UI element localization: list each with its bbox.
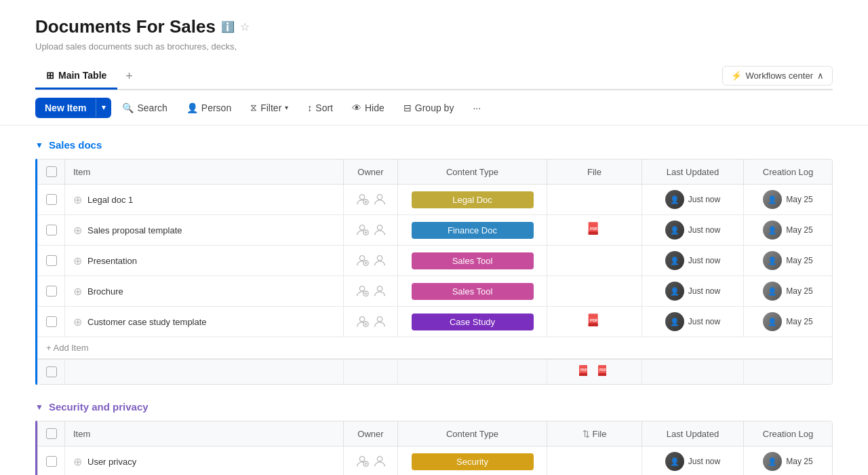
filter-button[interactable]: ⧖ Filter ▾: [242, 97, 296, 118]
footer-checkbox-input[interactable]: [46, 366, 57, 377]
svg-point-37: [359, 457, 364, 461]
row-last-updated: 👤 Just now: [642, 215, 744, 245]
row-creation-log: 👤 May 25: [744, 307, 832, 337]
tab-main-table[interactable]: ⊞ Main Table: [35, 63, 117, 90]
avatar: 👤: [665, 452, 684, 471]
row-file: [547, 246, 642, 276]
new-item-main[interactable]: New Item: [35, 98, 96, 118]
footer-creation-log: [744, 360, 832, 384]
new-item-chevron[interactable]: ▾: [96, 98, 111, 117]
add-person-icon[interactable]: [355, 192, 370, 207]
footer-content-type: [398, 360, 547, 384]
footer-owner: [344, 360, 398, 384]
svg-point-13: [359, 256, 364, 261]
file-icon-2: PDF: [596, 364, 612, 380]
row-content-type: Case Study: [398, 307, 547, 337]
add-subitem-icon[interactable]: ⊕: [73, 455, 82, 468]
svg-point-18: [359, 286, 364, 291]
avatar: 👤: [665, 312, 684, 331]
svg-text:PDF: PDF: [590, 227, 598, 231]
info-icon[interactable]: ℹ️: [221, 20, 235, 33]
add-subitem-icon[interactable]: ⊕: [73, 316, 82, 328]
avatar: 👤: [763, 251, 782, 270]
workflow-icon: ⚡: [731, 71, 742, 81]
row-last-updated: 👤 Just now: [642, 246, 744, 276]
add-item-label: + Add Item: [46, 343, 89, 353]
avatar: 👤: [665, 221, 684, 240]
sales-docs-title: Sales docs: [49, 139, 102, 151]
add-person-icon[interactable]: [355, 223, 370, 238]
file-icon-1: PDF: [577, 364, 593, 380]
add-subitem-icon[interactable]: ⊕: [73, 285, 82, 298]
person-button[interactable]: 👤 Person: [178, 98, 239, 118]
row-owner: [344, 276, 398, 306]
row-content-type: Legal Doc: [398, 185, 547, 214]
row-owner: [344, 215, 398, 245]
row-last-updated: 👤 Just now: [642, 185, 744, 214]
row-checkbox[interactable]: [38, 446, 65, 475]
row-creation-log: 👤 May 25: [744, 276, 832, 306]
avatar: 👤: [665, 251, 684, 270]
sales-docs-header[interactable]: ▼ Sales docs: [35, 139, 833, 151]
filter-chevron: ▾: [285, 104, 288, 111]
add-person-icon[interactable]: [355, 284, 370, 299]
person-placeholder-icon: [372, 454, 387, 469]
row-last-updated: 👤 Just now: [642, 307, 744, 337]
header-creation-log: Creation Log: [744, 421, 832, 446]
row-checkbox[interactable]: [38, 246, 65, 276]
filter-icon: ⧖: [250, 102, 257, 113]
svg-point-23: [359, 317, 364, 322]
person-placeholder-icon: [372, 253, 387, 268]
person-placeholder-icon: [372, 223, 387, 238]
footer-file: PDF PDF: [547, 360, 642, 384]
row-item: ⊕ Legal doc 1: [65, 185, 344, 214]
page-subtitle: Upload sales documents such as brochures…: [35, 41, 833, 52]
person-placeholder-icon: [372, 314, 387, 329]
row-checkbox[interactable]: [38, 276, 65, 306]
security-privacy-header[interactable]: ▼ Security and privacy: [35, 401, 833, 413]
star-icon[interactable]: ☆: [240, 20, 250, 33]
file-pdf-icon: PDF: [585, 312, 604, 331]
sort-button[interactable]: ↕ Sort: [299, 98, 341, 118]
hide-button[interactable]: 👁 Hide: [344, 98, 393, 118]
header-file: File: [547, 159, 642, 184]
row-checkbox[interactable]: [38, 185, 65, 214]
svg-rect-29: [588, 323, 597, 326]
svg-rect-11: [588, 231, 597, 235]
row-checkbox[interactable]: [38, 215, 65, 245]
header-checkbox-col: [38, 159, 65, 184]
select-all-checkbox[interactable]: [46, 166, 57, 177]
add-person-icon[interactable]: [355, 454, 370, 469]
svg-text:PDF: PDF: [599, 368, 606, 372]
add-subitem-icon[interactable]: ⊕: [73, 224, 82, 237]
workflows-center-button[interactable]: ⚡ Workflows center ∧: [722, 66, 833, 86]
row-item: ⊕ Customer case study template: [65, 307, 344, 337]
row-owner: [344, 185, 398, 214]
add-item-row[interactable]: + Add Item: [38, 337, 832, 359]
header-owner: Owner: [344, 421, 398, 446]
add-person-icon[interactable]: [355, 253, 370, 268]
add-tab-button[interactable]: +: [117, 62, 141, 90]
row-content-type: Sales Tool: [398, 276, 547, 306]
add-subitem-icon[interactable]: ⊕: [73, 254, 82, 267]
add-subitem-icon[interactable]: ⊕: [73, 193, 82, 206]
new-item-button[interactable]: New Item ▾: [35, 98, 111, 118]
search-icon: 🔍: [122, 102, 134, 113]
more-button[interactable]: ···: [465, 98, 489, 118]
svg-point-22: [377, 286, 382, 291]
footer-last-updated: [642, 360, 744, 384]
select-all-checkbox[interactable]: [46, 428, 57, 439]
row-file: [547, 276, 642, 306]
row-item: ⊕ User privacy: [65, 446, 344, 475]
row-checkbox[interactable]: [38, 307, 65, 337]
search-button[interactable]: 🔍 Search: [114, 98, 175, 118]
row-creation-log: 👤 May 25: [744, 185, 832, 214]
header-file: ⇅ File: [547, 421, 642, 446]
table-row: ⊕ User privacy Security 👤 Just now: [38, 446, 832, 475]
page-title: Documents For Sales: [35, 16, 216, 37]
footer-item: [65, 360, 344, 384]
group-by-button[interactable]: ⊟ Group by: [395, 98, 462, 118]
person-placeholder-icon: [372, 192, 387, 207]
footer-checkbox: [38, 360, 65, 384]
add-person-icon[interactable]: [355, 314, 370, 329]
